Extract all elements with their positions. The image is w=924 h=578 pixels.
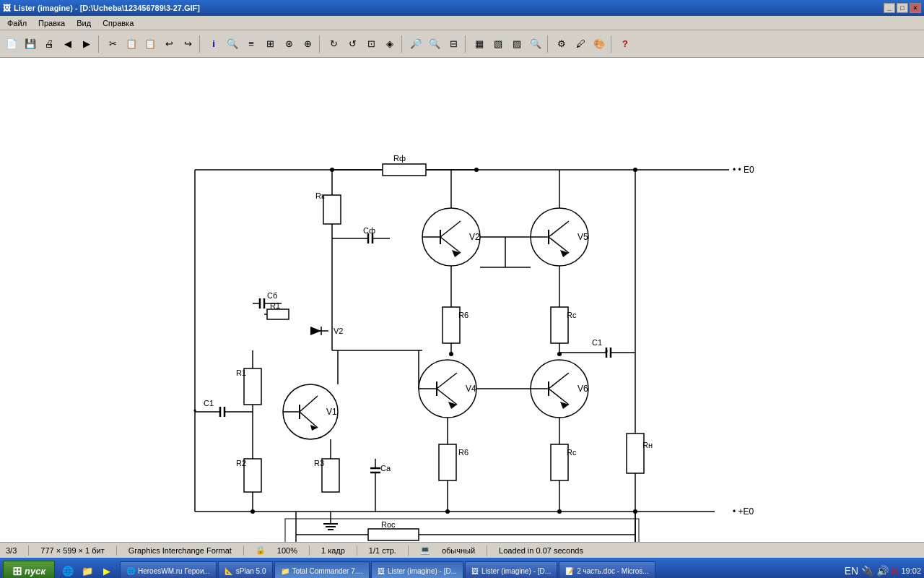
tray-volume[interactable]: 🔊 [876,565,889,577]
svg-text:R2: R2 [236,459,246,467]
copy-button[interactable]: 📋 [123,35,140,53]
tray-network[interactable]: 🔌 [861,565,873,577]
taskbar-btn-lister1[interactable]: 🖼 Lister (imagine) - [D... [371,561,463,578]
tb7-button[interactable]: ⊡ [362,35,380,53]
tb6-button[interactable]: ⊕ [299,35,316,53]
tool2-button[interactable]: 🖊 [572,35,589,53]
menu-file[interactable]: Файл [3,17,31,29]
rotate-ccw-button[interactable]: ↺ [344,35,361,53]
taskbar-word-icon: 📝 [565,567,574,575]
print-button[interactable]: 🖨 [40,35,58,53]
start-button[interactable]: ⊞ пуск [3,561,55,578]
status-dimensions: 777 × 599 × 1 бит [40,546,104,555]
taskbar-btn-word[interactable]: 📝 2 часть.doc - Micros... [559,561,655,578]
tb5-button[interactable]: ⊛ [280,35,297,53]
sep4 [401,35,404,53]
taskbar-btn-totalcmd[interactable]: 📁 Total Commander 7.... [274,561,370,578]
titlebar-controls[interactable]: _ □ × [884,3,921,13]
minimize-button[interactable]: _ [884,3,895,13]
svg-rect-119 [627,434,644,473]
undo-button[interactable]: ↩ [160,35,178,53]
sep5 [465,35,468,53]
zoom-in-button[interactable]: 🔎 [407,35,424,53]
new-button[interactable]: 📄 [3,35,20,53]
svg-rect-54 [322,459,339,492]
svg-point-142 [557,509,562,514]
find-button[interactable]: 🔍 [224,35,241,53]
status-zoom: 100% [277,546,297,555]
svg-rect-27 [267,309,289,319]
redo-button[interactable]: ↪ [179,35,196,53]
maximize-button[interactable]: □ [897,3,908,13]
taskbar-splan-label: sPlan 5.0 [236,567,266,575]
back-button[interactable]: ◀ [59,35,77,53]
forward-button[interactable]: ▶ [78,35,95,53]
svg-text:Rс: Rс [567,448,577,457]
zoom-fit-button[interactable]: ⊟ [445,35,462,53]
taskbar-word-label: 2 часть.doc - Micros... [577,567,648,575]
copy2-button[interactable]: 📋 [141,35,159,53]
svg-text:R1: R1 [236,368,246,377]
menu-view[interactable]: Вид [72,17,95,29]
taskbar: ⊞ пуск 🌐 📁 ▶ 🌐 HeroesWM.ru Герои... 📐 sP… [0,558,924,578]
taskbar-btn-lister2[interactable]: 🖼 Lister (imagine) - [D... [465,561,557,578]
titlebar-left: 🖼 Lister (imagine) - [D:\Ucheba\12345678… [3,4,200,12]
svg-rect-80 [443,307,460,343]
svg-text:Rф: Rф [393,154,406,163]
quick-media[interactable]: ▶ [98,562,116,578]
svg-text:C1: C1 [204,399,214,407]
quick-folder[interactable]: 📁 [79,562,96,578]
svg-point-139 [633,168,637,172]
windows-icon: ⊞ [12,564,22,578]
status-frame: 1 кадр [321,546,345,555]
taskbar-btn-heroeswm[interactable]: 🌐 HeroesWM.ru Герои... [120,561,217,578]
svg-text:V2: V2 [469,232,480,242]
view4-button[interactable]: 🔍 [527,35,544,53]
info-button[interactable]: i [205,35,222,53]
menu-help[interactable]: Справка [98,17,138,29]
svg-rect-111 [439,444,456,480]
svg-rect-0 [0,58,924,542]
list-button[interactable]: ≡ [243,35,260,53]
svg-text:V6: V6 [578,384,588,394]
tool3-button[interactable]: 🎨 [590,35,608,53]
save-button[interactable]: 💾 [22,35,39,53]
sep2 [199,35,202,53]
svg-text:• • E0: • • E0 [733,165,754,175]
cut-button[interactable]: ✂ [104,35,121,53]
svg-text:• +E0: • +E0 [733,506,754,517]
status-page: 3/3 [6,546,17,555]
svg-point-143 [633,509,637,514]
tb8-button[interactable]: ◈ [381,35,398,53]
view2-button[interactable]: ▧ [489,35,507,53]
rotate-cw-button[interactable]: ↻ [325,35,342,53]
close-button[interactable]: × [910,3,921,13]
svg-point-145 [557,352,562,356]
view3-button[interactable]: ▨ [508,35,526,53]
view1-button[interactable]: ▦ [471,35,488,53]
mode-icon: 💻 [420,545,430,555]
statusbar: 3/3 777 × 599 × 1 бит Graphics Interchan… [0,542,924,558]
svg-text:Rк: Rк [315,191,325,200]
svg-text:V1: V1 [326,407,337,417]
main-area: • • E0 • +E0 Rф Rк Сф Сб R1 [0,58,924,542]
svg-text:•: • [605,347,608,357]
taskbar-btn-splan[interactable]: 📐 sPlan 5.0 [218,561,273,578]
taskbar-heroeswm-label: HeroesWM.ru Герои... [138,567,210,575]
menu-edit[interactable]: Правка [34,17,69,29]
svg-text:Rн: Rн [642,441,653,449]
help-button[interactable]: ? [616,35,634,53]
taskbar-lister1-icon: 🖼 [378,567,385,575]
titlebar-title: Lister (imagine) - [D:\Ucheba\123456789\… [14,4,200,12]
quick-ie[interactable]: 🌐 [59,562,77,578]
grid-button[interactable]: ⊞ [261,35,279,53]
tray-lang[interactable]: EN [845,565,858,577]
svg-point-144 [449,352,453,356]
svg-text:Сф: Сф [363,226,375,235]
svg-rect-8 [383,164,426,176]
tool1-button[interactable]: ⚙ [553,35,570,53]
zoom-out-button[interactable]: 🔍 [426,35,443,53]
tray-antivirus[interactable]: K [892,565,898,577]
status-sep2 [116,545,117,556]
svg-point-137 [330,168,334,172]
